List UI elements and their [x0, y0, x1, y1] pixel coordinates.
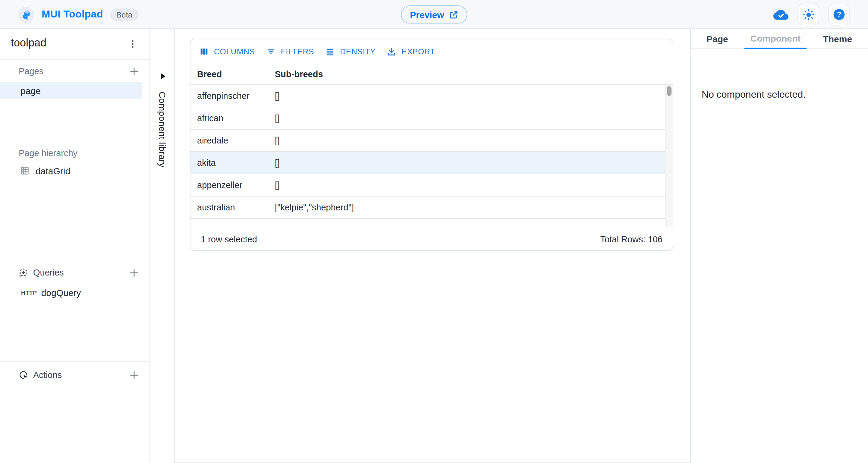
cell-sub-breeds[interactable]: []	[275, 136, 666, 145]
inspector-panel: Page Component Theme No component select…	[690, 29, 868, 463]
component-library-strip: Component library	[150, 29, 175, 463]
divider	[0, 361, 150, 362]
filters-button[interactable]: FILTERS	[261, 42, 319, 60]
vertical-scrollbar[interactable]	[665, 85, 673, 227]
mui-logo-icon	[18, 6, 34, 23]
export-button-label: EXPORT	[402, 47, 435, 56]
beta-badge: Beta	[110, 8, 138, 21]
theme-toggle-button[interactable]	[798, 4, 819, 25]
add-page-button[interactable]	[127, 64, 141, 79]
project-name: toolpad	[11, 37, 46, 50]
tab-component[interactable]: Component	[744, 29, 807, 49]
cell-sub-breeds[interactable]: []	[275, 91, 666, 101]
datagrid-icon	[20, 166, 30, 176]
cell-sub-breeds[interactable]: []	[275, 180, 666, 190]
selection-status: 1 row selected	[201, 235, 257, 244]
column-header-breed[interactable]: Breed	[190, 69, 275, 79]
hierarchy-section-header: Page hierarchy	[0, 146, 150, 160]
table-row[interactable]: airedale[]	[190, 130, 666, 152]
total-rows: Total Rows: 106	[600, 235, 662, 244]
sidebar-item-datagrid[interactable]: dataGrid	[0, 163, 142, 179]
cell-breed[interactable]: australian	[190, 203, 275, 212]
chevron-right-icon	[160, 73, 165, 79]
plus-icon	[128, 267, 140, 278]
columns-button[interactable]: COLUMNS	[194, 42, 260, 60]
plus-icon	[128, 65, 140, 77]
columns-icon	[199, 46, 209, 56]
sidebar-item-label: page	[21, 85, 41, 96]
table-row[interactable]: akita[]	[190, 152, 666, 174]
cell-breed[interactable]: akita	[190, 158, 275, 167]
empty-state-message: No component selected.	[702, 89, 806, 100]
density-button-label: DENSITY	[340, 47, 375, 56]
table-row[interactable]: australian["kelpie","shepherd"]	[190, 196, 666, 219]
table-row[interactable]: appenzeller[]	[190, 174, 666, 196]
inspector-tabs: Page Component Theme	[691, 29, 868, 49]
add-action-button[interactable]	[127, 368, 141, 382]
download-icon	[387, 46, 397, 56]
datagrid-toolbar: COLUMNS FILTERS	[190, 39, 673, 63]
project-row: toolpad	[0, 29, 150, 59]
filters-button-label: FILTERS	[281, 47, 314, 56]
table-row[interactable]: affenpinscher[]	[190, 85, 666, 107]
kebab-icon	[127, 38, 138, 50]
columns-button-label: COLUMNS	[214, 47, 255, 56]
table-row[interactable]: african[]	[190, 107, 666, 130]
scrollbar-thumb[interactable]	[667, 86, 672, 96]
pages-section-header: Pages	[0, 64, 150, 79]
pages-section-label: Pages	[19, 66, 43, 76]
question-mark-icon: ?	[832, 8, 846, 21]
queries-section-header: Queries	[0, 265, 150, 280]
preview-button-label: Preview	[410, 9, 444, 20]
project-menu-button[interactable]	[124, 36, 141, 53]
column-header-sub-breeds[interactable]: Sub-breeds	[275, 69, 673, 79]
density-button[interactable]: DENSITY	[320, 42, 380, 60]
datagrid-footer: 1 row selected Total Rows: 106	[190, 227, 673, 251]
expand-library-button[interactable]	[158, 71, 167, 81]
preview-button[interactable]: Preview	[401, 5, 467, 24]
cell-breed[interactable]: airedale	[190, 136, 275, 145]
divider	[0, 59, 150, 60]
help-button[interactable]: ?	[828, 4, 850, 25]
add-query-button[interactable]	[127, 265, 141, 280]
datagrid-header-row: Breed Sub-breeds	[190, 63, 673, 85]
http-method-badge: HTTP	[21, 289, 37, 296]
page-canvas[interactable]: COLUMNS FILTERS	[175, 29, 690, 463]
svg-text:?: ?	[837, 10, 841, 19]
tab-theme[interactable]: Theme	[817, 29, 858, 49]
query-icon	[19, 268, 28, 277]
datagrid-component[interactable]: COLUMNS FILTERS	[190, 38, 673, 251]
sidebar-item-label: dataGrid	[36, 165, 70, 176]
cloud-check-icon	[773, 7, 788, 22]
density-icon	[325, 46, 335, 56]
cell-sub-breeds[interactable]: []	[275, 158, 666, 167]
cell-breed[interactable]: appenzeller	[190, 180, 275, 190]
plus-icon	[128, 369, 140, 381]
app-title: MUI Toolpad	[41, 8, 103, 21]
project-sidebar: toolpad Pages	[0, 29, 150, 463]
queries-section-label: Queries	[33, 268, 64, 277]
hierarchy-section-label: Page hierarchy	[19, 148, 78, 158]
sidebar-item-label: dogQuery	[41, 287, 81, 298]
divider	[0, 259, 150, 259]
cell-sub-breeds[interactable]: []	[275, 113, 666, 123]
open-in-new-icon	[449, 10, 458, 19]
cell-sub-breeds[interactable]: ["kelpie","shepherd"]	[275, 203, 666, 212]
sidebar-item-dogquery[interactable]: HTTP dogQuery	[0, 284, 142, 300]
sun-icon	[802, 8, 815, 21]
actions-section-label: Actions	[33, 370, 62, 380]
app-header: MUI Toolpad Beta Preview	[0, 0, 868, 29]
cell-breed[interactable]: african	[190, 113, 275, 123]
actions-section-header: Actions	[0, 368, 150, 382]
grid-rows: affenpinscher[]african[]airedale[]akita[…	[190, 85, 666, 219]
export-button[interactable]: EXPORT	[382, 42, 440, 60]
filter-icon	[266, 46, 276, 56]
cursor-click-icon	[19, 370, 28, 380]
sidebar-item-page[interactable]: page	[0, 82, 142, 99]
component-library-label: Component library	[150, 92, 175, 167]
tab-page[interactable]: Page	[701, 29, 734, 49]
cell-breed[interactable]: affenpinscher	[190, 91, 275, 101]
